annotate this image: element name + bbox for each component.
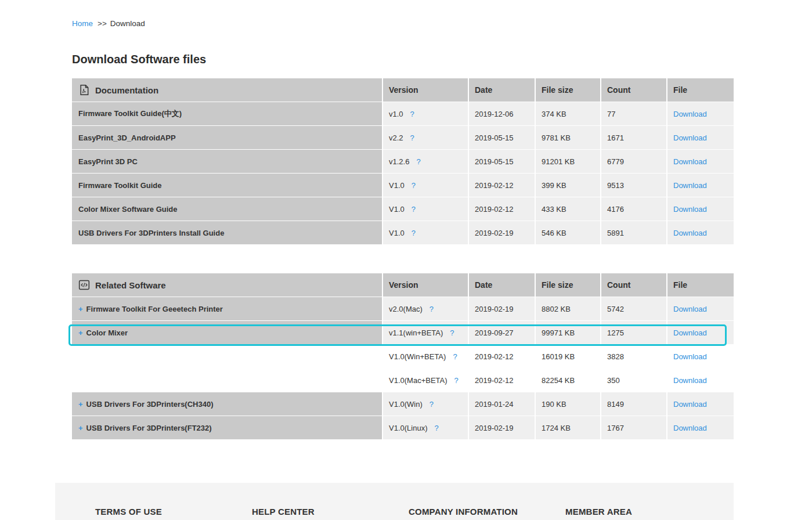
count-cell: 350 [601, 369, 666, 392]
version-cell: V1.0(Win+BETA)? [383, 345, 468, 368]
download-link[interactable]: Download [673, 400, 707, 409]
download-link[interactable]: Download [673, 424, 707, 432]
date-cell: 2019-02-12 [469, 369, 535, 392]
expand-toggle[interactable]: + [78, 400, 83, 409]
table-row: Firmware Toolkit Guide(中文) v1.0? 2019-12… [72, 102, 734, 125]
table-row: USB Drivers For 3DPrinters Install Guide… [72, 221, 734, 244]
download-link[interactable]: Download [673, 305, 707, 313]
help-icon[interactable]: ? [412, 205, 416, 214]
file-cell: Download [667, 126, 734, 149]
page-title: Download Software files [72, 53, 734, 66]
download-link[interactable]: Download [673, 181, 707, 190]
version-cell: v2.2? [383, 126, 468, 149]
file-name-cell: EasyPrint 3D PC [72, 150, 382, 173]
file-name-cell-empty [72, 345, 382, 368]
count-cell: 77 [601, 102, 666, 125]
file-name: USB Drivers For 3DPrinters Install Guide [78, 229, 224, 237]
table-row: EasyPrint_3D_AndroidAPP v2.2? 2019-05-15… [72, 126, 734, 149]
file-name: USB Drivers For 3DPrinters(FT232) [86, 424, 212, 432]
help-icon[interactable]: ? [412, 181, 416, 190]
footer-heading-member: MEMBER AREA [565, 507, 722, 517]
expand-toggle[interactable]: + [78, 424, 83, 432]
file-name-cell: EasyPrint_3D_AndroidAPP [72, 126, 382, 149]
help-icon[interactable]: ? [454, 376, 459, 385]
file-name-cell: +USB Drivers For 3DPrinters(CH340) [72, 392, 382, 416]
date-cell: 2019-02-19 [469, 297, 535, 320]
date-cell: 2019-01-24 [469, 392, 535, 416]
file-name-cell: USB Drivers For 3DPrinters Install Guide [72, 221, 382, 244]
help-icon[interactable]: ? [430, 400, 434, 409]
help-icon[interactable]: ? [434, 424, 438, 432]
download-link[interactable]: Download [673, 352, 707, 361]
footer-columns: TERMS OF USE HELP CENTER COMPANY INFORMA… [55, 507, 734, 517]
version-text: V1.0 [389, 229, 405, 237]
version-text: V1.0 [389, 181, 405, 190]
download-link[interactable]: Download [673, 133, 707, 142]
help-icon[interactable]: ? [412, 229, 416, 237]
version-text: v1.1(win+BETA) [389, 328, 443, 337]
file-size-cell: 16019 KB [536, 345, 600, 368]
file-size-cell: 9781 KB [536, 126, 600, 149]
help-icon[interactable]: ? [453, 352, 457, 361]
file-name-cell: +Color Mixer [72, 321, 382, 344]
table-row-highlighted: +Color Mixer v1.1(win+BETA)? 2019-09-27 … [72, 321, 734, 344]
file-name-cell: +Firmware Toolkit For Geeetech Printer [72, 297, 382, 320]
footer-heading-terms: TERMS OF USE [95, 507, 252, 517]
count-cell: 5742 [601, 297, 666, 320]
file-cell: Download [667, 321, 734, 344]
count-cell: 1275 [601, 321, 666, 344]
date-cell: 2019-02-12 [469, 197, 535, 221]
version-text: v2.0(Mac) [389, 305, 423, 313]
download-link[interactable]: Download [673, 157, 707, 166]
file-size-cell: 99971 KB [536, 321, 600, 344]
column-header-count: Count [601, 273, 666, 297]
version-cell: V1.0? [383, 221, 468, 244]
documentation-header-cell: Documentation [72, 78, 382, 102]
download-link[interactable]: Download [673, 328, 707, 337]
file-name: Firmware Toolkit For Geeetech Printer [86, 305, 223, 313]
file-size-cell: 1724 KB [536, 416, 600, 439]
breadcrumb-separator: >> [98, 19, 107, 28]
download-link[interactable]: Download [673, 110, 707, 118]
table-subrow: V1.0(Mac+BETA)? 2019-02-12 82254 KB 350 … [72, 369, 734, 392]
version-text: V1.0 [389, 205, 405, 214]
column-header-file: File [667, 78, 734, 102]
column-header-file-size: File size [536, 273, 600, 297]
file-name: EasyPrint_3D_AndroidAPP [78, 133, 176, 142]
download-link[interactable]: Download [673, 205, 707, 214]
related-software-table: Related Software Version Date File size … [72, 273, 734, 439]
file-cell: Download [667, 345, 734, 368]
help-icon[interactable]: ? [450, 328, 454, 337]
table-row: Firmware Toolkit Guide V1.0? 2019-02-12 … [72, 174, 734, 197]
count-cell: 1671 [601, 126, 666, 149]
file-size-cell: 190 KB [536, 392, 600, 416]
column-header-count: Count [601, 78, 666, 102]
file-cell: Download [667, 197, 734, 221]
count-cell: 8149 [601, 392, 666, 416]
file-name-cell: Color Mixer Software Guide [72, 197, 382, 221]
file-size-cell: 546 KB [536, 221, 600, 244]
count-cell: 4176 [601, 197, 666, 221]
table-row: Color Mixer Software Guide V1.0? 2019-02… [72, 197, 734, 221]
count-cell: 9513 [601, 174, 666, 197]
help-icon[interactable]: ? [416, 157, 420, 166]
breadcrumb-home-link[interactable]: Home [72, 19, 93, 28]
page: Home>>Download Download Software files D… [55, 0, 734, 520]
download-link[interactable]: Download [673, 376, 707, 385]
file-name-cell: +USB Drivers For 3DPrinters(FT232) [72, 416, 382, 439]
download-link[interactable]: Download [673, 229, 707, 237]
file-name-cell: Firmware Toolkit Guide [72, 174, 382, 197]
expand-toggle[interactable]: + [78, 328, 83, 337]
code-icon [78, 279, 90, 291]
help-icon[interactable]: ? [410, 133, 414, 142]
help-icon[interactable]: ? [430, 305, 434, 313]
count-cell: 5891 [601, 221, 666, 244]
expand-toggle[interactable]: + [78, 305, 83, 313]
file-size-cell: 8802 KB [536, 297, 600, 320]
table-subrow: V1.0(Win+BETA)? 2019-02-12 16019 KB 3828… [72, 345, 734, 368]
column-header-date: Date [469, 78, 535, 102]
help-icon[interactable]: ? [410, 110, 414, 118]
file-size-cell: 399 KB [536, 174, 600, 197]
breadcrumb: Home>>Download [72, 0, 734, 28]
version-cell: V1.0? [383, 174, 468, 197]
